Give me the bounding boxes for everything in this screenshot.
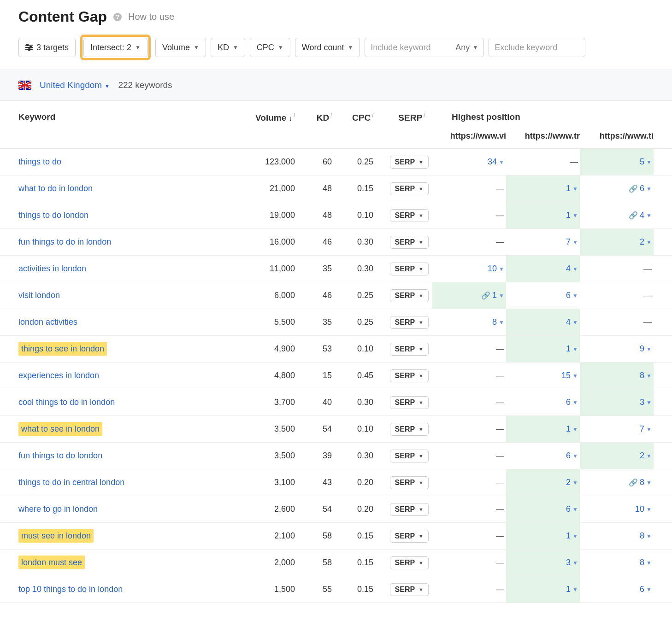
position-cell[interactable]: 34 ▼ bbox=[432, 149, 506, 175]
include-keyword-input[interactable] bbox=[365, 39, 453, 56]
keyword-link[interactable]: top 10 things to do in london bbox=[18, 585, 230, 594]
serp-button[interactable]: SERP▼ bbox=[390, 343, 429, 356]
keyword-link[interactable]: fun things to do in london bbox=[18, 237, 230, 247]
intersect-filter[interactable]: Intersect: 2 ▼ bbox=[83, 38, 147, 57]
kd-filter[interactable]: KD ▼ bbox=[211, 38, 245, 57]
position-cell[interactable]: 🔗 4 ▼ bbox=[580, 202, 654, 228]
keyword-link[interactable]: visit london bbox=[18, 291, 230, 300]
competitor-3-header[interactable]: https://www.ti bbox=[580, 131, 654, 148]
targets-filter[interactable]: 3 targets bbox=[18, 38, 76, 57]
kd-value: 46 bbox=[295, 291, 332, 300]
position-cell[interactable]: 2 ▼ bbox=[506, 469, 580, 496]
position-cell[interactable]: 🔗 8 ▼ bbox=[580, 469, 654, 496]
cpc-value: 0.25 bbox=[332, 291, 373, 300]
how-to-use-link[interactable]: How to use bbox=[128, 12, 174, 22]
column-serp[interactable]: SERPi bbox=[373, 112, 429, 132]
help-icon[interactable]: ? bbox=[113, 13, 122, 21]
keyword-link[interactable]: things to do bbox=[18, 157, 230, 167]
position-cell[interactable]: 6 ▼ bbox=[506, 496, 580, 522]
serp-button[interactable]: SERP▼ bbox=[390, 289, 429, 302]
position-cell[interactable]: 10 ▼ bbox=[580, 496, 654, 522]
position-cell[interactable]: 4 ▼ bbox=[506, 309, 580, 335]
include-match-mode[interactable]: Any bbox=[453, 43, 472, 53]
volume-filter[interactable]: Volume ▼ bbox=[155, 38, 206, 57]
keyword-link[interactable]: what to do in london bbox=[18, 184, 230, 193]
position-cell[interactable]: 1 ▼ bbox=[506, 576, 580, 602]
keyword-link[interactable]: london activities bbox=[18, 317, 230, 327]
position-cell[interactable]: 7 ▼ bbox=[580, 416, 654, 442]
position-cell[interactable]: 9 ▼ bbox=[580, 336, 654, 362]
position-cell[interactable]: 8 ▼ bbox=[580, 363, 654, 389]
table-row: must see in london2,100580.15SERP▼—1 ▼8 … bbox=[0, 523, 672, 550]
serp-button[interactable]: SERP▼ bbox=[390, 396, 429, 409]
keyword-link[interactable]: what to see in london bbox=[18, 424, 230, 434]
volume-value: 3,100 bbox=[230, 478, 295, 487]
serp-button[interactable]: SERP▼ bbox=[390, 583, 429, 596]
position-cell: — bbox=[432, 363, 506, 389]
column-keyword[interactable]: Keyword bbox=[18, 112, 230, 131]
position-cell[interactable]: 1 ▼ bbox=[506, 336, 580, 362]
competitor-2-header[interactable]: https://www.tr bbox=[506, 131, 580, 148]
competitor-1-header[interactable]: https://www.vi bbox=[432, 131, 506, 148]
position-cell[interactable]: 🔗 6 ▼ bbox=[580, 175, 654, 202]
position-cell[interactable]: 6 ▼ bbox=[580, 576, 654, 602]
position-cell[interactable]: 6 ▼ bbox=[506, 282, 580, 309]
wordcount-filter[interactable]: Word count ▼ bbox=[295, 38, 360, 57]
column-kd[interactable]: KDi bbox=[295, 112, 332, 132]
kd-value: 55 bbox=[295, 585, 332, 594]
position-cell[interactable]: 4 ▼ bbox=[506, 256, 580, 282]
position-cell[interactable]: 6 ▼ bbox=[506, 443, 580, 469]
position-cell[interactable]: 8 ▼ bbox=[432, 309, 506, 335]
keyword-link[interactable]: things to do in central london bbox=[18, 478, 230, 487]
position-cell[interactable]: 1 ▼ bbox=[506, 202, 580, 228]
position-cell[interactable]: 3 ▼ bbox=[580, 389, 654, 415]
info-icon[interactable]: i bbox=[422, 112, 425, 119]
column-volume[interactable]: Volume ↓i bbox=[230, 112, 295, 132]
serp-button[interactable]: SERP▼ bbox=[390, 556, 429, 569]
serp-button[interactable]: SERP▼ bbox=[390, 450, 429, 462]
keyword-link[interactable]: things to see in london bbox=[18, 344, 230, 354]
serp-button[interactable]: SERP▼ bbox=[390, 156, 429, 169]
serp-button[interactable]: SERP▼ bbox=[390, 423, 429, 436]
position-cell[interactable]: 7 ▼ bbox=[506, 229, 580, 255]
position-cell[interactable]: 5 ▼ bbox=[580, 149, 654, 175]
serp-button[interactable]: SERP▼ bbox=[390, 316, 429, 329]
position-cell[interactable]: 1 ▼ bbox=[506, 175, 580, 202]
serp-button[interactable]: SERP▼ bbox=[390, 476, 429, 489]
serp-button[interactable]: SERP▼ bbox=[390, 530, 429, 543]
cpc-value: 0.20 bbox=[332, 478, 373, 487]
keyword-link[interactable]: experiences in london bbox=[18, 371, 230, 380]
include-keyword-filter[interactable]: Any ▼ bbox=[365, 38, 484, 57]
keyword-link[interactable]: london must see bbox=[18, 558, 230, 567]
cpc-filter[interactable]: CPC ▼ bbox=[250, 38, 290, 57]
position-cell[interactable]: 10 ▼ bbox=[432, 256, 506, 282]
serp-button[interactable]: SERP▼ bbox=[390, 263, 429, 275]
serp-button[interactable]: SERP▼ bbox=[390, 182, 429, 195]
country-selector[interactable]: United Kingdom ▼ bbox=[40, 80, 110, 90]
position-cell[interactable]: 1 ▼ bbox=[506, 523, 580, 549]
serp-button[interactable]: SERP▼ bbox=[390, 369, 429, 382]
serp-button[interactable]: SERP▼ bbox=[390, 503, 429, 516]
position-cell: — bbox=[432, 175, 506, 202]
position-cell[interactable]: 1 ▼ bbox=[506, 416, 580, 442]
position-cell[interactable]: 2 ▼ bbox=[580, 443, 654, 469]
keyword-link[interactable]: activities in london bbox=[18, 264, 230, 274]
keyword-link[interactable]: fun things to do london bbox=[18, 451, 230, 461]
column-cpc[interactable]: CPCi bbox=[332, 112, 373, 132]
position-cell[interactable]: 8 ▼ bbox=[580, 523, 654, 549]
volume-value: 1,500 bbox=[230, 585, 295, 594]
exclude-keyword-input[interactable] bbox=[489, 38, 585, 57]
serp-button[interactable]: SERP▼ bbox=[390, 236, 429, 249]
keyword-link[interactable]: cool things to do in london bbox=[18, 398, 230, 407]
keyword-link[interactable]: where to go in london bbox=[18, 504, 230, 514]
keyword-link[interactable]: things to do london bbox=[18, 211, 230, 220]
position-cell[interactable]: 8 ▼ bbox=[580, 550, 654, 576]
position-cell: — bbox=[432, 496, 506, 522]
position-cell[interactable]: 3 ▼ bbox=[506, 550, 580, 576]
keyword-link[interactable]: must see in london bbox=[18, 531, 230, 541]
position-cell[interactable]: 6 ▼ bbox=[506, 389, 580, 415]
position-cell[interactable]: 15 ▼ bbox=[506, 363, 580, 389]
serp-button[interactable]: SERP▼ bbox=[390, 209, 429, 222]
position-cell[interactable]: 🔗 1 ▼ bbox=[432, 282, 506, 309]
position-cell[interactable]: 2 ▼ bbox=[580, 229, 654, 255]
